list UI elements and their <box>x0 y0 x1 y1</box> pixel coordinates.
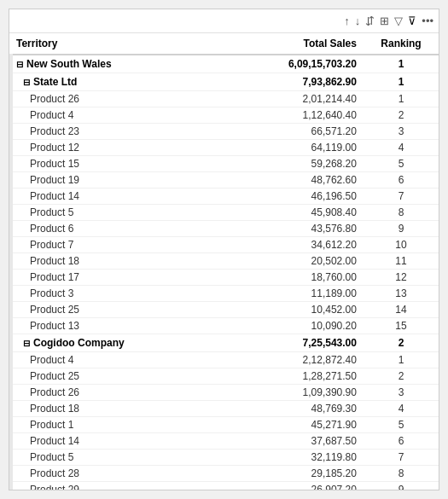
sales-cell: 1,09,390.90 <box>224 385 364 401</box>
sales-cell: 1,12,640.40 <box>224 107 364 124</box>
sales-cell: 7,93,862.90 <box>224 73 364 91</box>
rank-cell: 3 <box>364 385 439 401</box>
table-row: Product 7 34,612.20 10 <box>9 237 439 253</box>
territory-cell: Product 18 <box>9 253 224 270</box>
sort-descending-icon[interactable]: ↓ <box>355 15 361 27</box>
rank-cell: 2 <box>364 107 439 124</box>
sales-cell: 48,762.60 <box>224 172 364 189</box>
table-row: Product 13 10,090.20 15 <box>9 318 439 334</box>
territory-cell: Product 29 <box>9 482 224 490</box>
territory-cell: Product 23 <box>9 124 224 140</box>
expand-icon[interactable]: ⊟ <box>23 339 30 348</box>
territory-cell: ⊟State Ltd <box>9 73 224 91</box>
territory-cell: Product 25 <box>9 302 224 318</box>
rank-cell: 13 <box>364 286 439 302</box>
rank-cell: 7 <box>364 450 439 466</box>
table-row: Product 17 18,760.00 12 <box>9 270 439 286</box>
sales-cell: 59,268.20 <box>224 156 364 172</box>
sales-cell: 29,185.20 <box>224 466 364 482</box>
territory-cell: Product 7 <box>9 237 224 253</box>
table-row: Product 19 48,762.60 6 <box>9 172 439 189</box>
sales-cell: 1,28,271.50 <box>224 368 364 385</box>
sort-both-icon[interactable]: ⇵ <box>365 15 375 27</box>
table-row: Product 4 2,12,872.40 1 <box>9 352 439 368</box>
report-container: ↑ ↓ ⇵ ⊞ ▽ ⊽ ••• Territory Total Sales Ra… <box>9 9 439 490</box>
rank-cell: 5 <box>364 156 439 172</box>
territory-cell: Product 5 <box>9 450 224 466</box>
territory-cell: Product 18 <box>9 401 224 417</box>
territory-cell: Product 17 <box>9 270 224 286</box>
rank-cell: 1 <box>364 91 439 107</box>
rank-cell: 1 <box>364 352 439 368</box>
sales-cell: 10,452.00 <box>224 302 364 318</box>
territory-cell: Product 3 <box>9 286 224 302</box>
sales-cell: 2,12,872.40 <box>224 352 364 368</box>
table-row: Product 5 32,119.80 7 <box>9 450 439 466</box>
sales-cell: 34,612.20 <box>224 237 364 253</box>
territory-cell: Product 4 <box>9 107 224 124</box>
table-row: Product 1 45,271.90 5 <box>9 417 439 433</box>
sales-cell: 10,090.20 <box>224 318 364 334</box>
sales-cell: 18,760.00 <box>224 270 364 286</box>
table-row: Product 26 2,01,214.40 1 <box>9 91 439 107</box>
rank-cell: 1 <box>364 73 439 91</box>
sales-cell: 46,196.50 <box>224 189 364 205</box>
table-row: Product 5 45,908.40 8 <box>9 205 439 221</box>
filter-icon[interactable]: ▽ <box>394 15 403 27</box>
ranking-header: Ranking <box>364 33 439 55</box>
territory-cell: ⊟Cogidoo Company <box>9 334 224 352</box>
toolbar: ↑ ↓ ⇵ ⊞ ▽ ⊽ ••• <box>9 9 439 33</box>
territory-cell: Product 26 <box>9 385 224 401</box>
territory-cell: Product 14 <box>9 433 224 450</box>
table-row: Product 29 26,907.20 9 <box>9 482 439 490</box>
table-row: Product 18 48,769.30 4 <box>9 401 439 417</box>
table-row: Product 14 46,196.50 7 <box>9 189 439 205</box>
rank-cell: 8 <box>364 205 439 221</box>
table-header: Territory Total Sales Ranking <box>9 33 439 55</box>
territory-cell: Product 1 <box>9 417 224 433</box>
more-options-icon[interactable]: ••• <box>422 15 433 27</box>
table-row: Product 28 29,185.20 8 <box>9 466 439 482</box>
filter-active-icon[interactable]: ⊽ <box>408 15 416 27</box>
table-row: Product 15 59,268.20 5 <box>9 156 439 172</box>
sales-cell: 32,119.80 <box>224 450 364 466</box>
state-row: ⊟Cogidoo Company 7,25,543.00 2 <box>9 334 439 352</box>
sort-ascending-icon[interactable]: ↑ <box>344 15 350 27</box>
table-row: Product 12 64,119.00 4 <box>9 140 439 156</box>
expand-icon[interactable]: ⊟ <box>16 60 23 69</box>
region-row: ⊟New South Wales 6,09,15,703.20 1 <box>9 55 439 73</box>
rank-cell: 8 <box>364 466 439 482</box>
rank-cell: 6 <box>364 172 439 189</box>
table-row: Product 25 1,28,271.50 2 <box>9 368 439 385</box>
group-icon[interactable]: ⊞ <box>380 15 389 27</box>
rank-cell: 11 <box>364 253 439 270</box>
table-wrapper[interactable]: Territory Total Sales Ranking ⊟New South… <box>9 33 439 490</box>
rank-cell: 2 <box>364 334 439 352</box>
expand-icon[interactable]: ⊟ <box>23 78 30 87</box>
territory-cell: Product 4 <box>9 352 224 368</box>
territory-header: Territory <box>9 33 224 55</box>
territory-cell: Product 15 <box>9 156 224 172</box>
table-row: Product 3 11,189.00 13 <box>9 286 439 302</box>
rank-cell: 10 <box>364 237 439 253</box>
sales-cell: 2,01,214.40 <box>224 91 364 107</box>
table-row: Product 6 43,576.80 9 <box>9 221 439 237</box>
rank-cell: 4 <box>364 401 439 417</box>
table-row: Product 26 1,09,390.90 3 <box>9 385 439 401</box>
rank-cell: 3 <box>364 124 439 140</box>
rank-cell: 5 <box>364 417 439 433</box>
table-row: Product 14 37,687.50 6 <box>9 433 439 450</box>
table-row: Product 4 1,12,640.40 2 <box>9 107 439 124</box>
rank-cell: 2 <box>364 368 439 385</box>
table-body: ⊟New South Wales 6,09,15,703.20 1 ⊟State… <box>9 55 439 490</box>
territory-cell: Product 25 <box>9 368 224 385</box>
territory-cell: Product 6 <box>9 221 224 237</box>
sales-cell: 64,119.00 <box>224 140 364 156</box>
rank-cell: 7 <box>364 189 439 205</box>
rank-cell: 12 <box>364 270 439 286</box>
sales-cell: 43,576.80 <box>224 221 364 237</box>
sales-cell: 66,571.20 <box>224 124 364 140</box>
rank-cell: 1 <box>364 55 439 73</box>
territory-cell: Product 12 <box>9 140 224 156</box>
territory-cell: Product 28 <box>9 466 224 482</box>
